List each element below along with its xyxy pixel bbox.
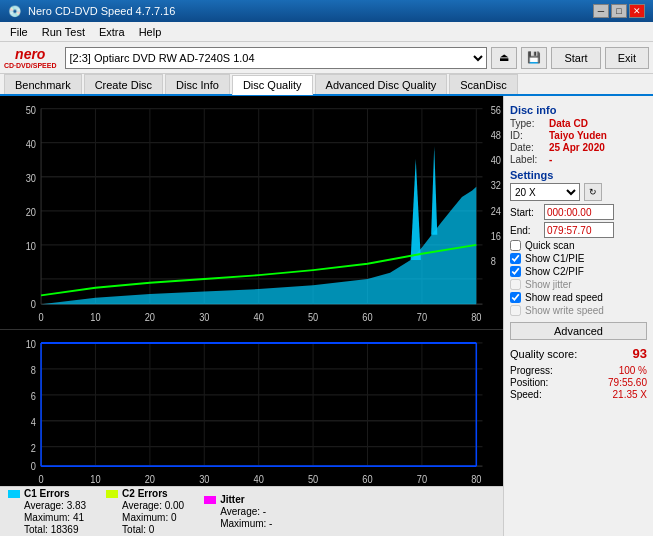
start-input[interactable] — [544, 204, 614, 220]
c2-chart-svg: 10 8 6 4 2 0 0 10 20 30 40 50 60 70 80 — [0, 330, 503, 486]
c1-total-label: Total: — [24, 524, 48, 535]
svg-text:80: 80 — [471, 472, 481, 485]
disc-date-label: Date: — [510, 142, 545, 153]
svg-text:40: 40 — [491, 154, 501, 166]
show-c2-pif-checkbox[interactable] — [510, 266, 521, 277]
tab-benchmark[interactable]: Benchmark — [4, 74, 82, 94]
disc-type-label: Type: — [510, 118, 545, 129]
title-bar-left: 💿 Nero CD-DVD Speed 4.7.7.16 — [8, 5, 175, 18]
show-jitter-row: Show jitter — [510, 279, 647, 290]
start-button[interactable]: Start — [551, 47, 600, 69]
jitter-maximum-value: - — [269, 518, 272, 529]
legend-jitter: Jitter Average: - Maximum: - — [204, 494, 272, 529]
c1-chart-svg: 50 40 30 20 10 0 56 48 40 32 24 16 8 0 — [0, 96, 503, 329]
c1-chart: 50 40 30 20 10 0 56 48 40 32 24 16 8 0 — [0, 96, 503, 330]
svg-text:0: 0 — [38, 472, 43, 485]
settings-title: Settings — [510, 169, 647, 181]
exit-button[interactable]: Exit — [605, 47, 649, 69]
svg-text:4: 4 — [31, 415, 36, 428]
c1-average-label: Average: — [24, 500, 64, 511]
maximize-button[interactable]: □ — [611, 4, 627, 18]
speed-select[interactable]: 20 X — [510, 183, 580, 201]
svg-text:30: 30 — [199, 472, 209, 485]
quality-score-row: Quality score: 93 — [510, 346, 647, 361]
menu-file[interactable]: File — [4, 25, 34, 39]
disc-info-title: Disc info — [510, 104, 647, 116]
progress-row: Progress: 100 % — [510, 365, 647, 376]
end-label: End: — [510, 225, 540, 236]
menu-extra[interactable]: Extra — [93, 25, 131, 39]
c1-color-box — [8, 490, 20, 498]
svg-text:0: 0 — [38, 311, 43, 323]
jitter-average-value: - — [263, 506, 266, 517]
svg-text:40: 40 — [254, 472, 264, 485]
jitter-color-box — [204, 496, 216, 504]
menu-run-test[interactable]: Run Test — [36, 25, 91, 39]
charts-area: 50 40 30 20 10 0 56 48 40 32 24 16 8 0 — [0, 96, 503, 486]
c1-maximum-value: 41 — [73, 512, 84, 523]
tab-scan-disc[interactable]: ScanDisc — [449, 74, 517, 94]
svg-text:70: 70 — [417, 472, 427, 485]
app-icon: 💿 — [8, 5, 22, 18]
speed-value: 21.35 X — [613, 389, 647, 400]
jitter-maximum-label: Maximum: — [220, 518, 266, 529]
disc-id-value: Taiyo Yuden — [549, 130, 607, 141]
show-c1-pie-label: Show C1/PIE — [525, 253, 584, 264]
save-button[interactable]: 💾 — [521, 47, 547, 69]
svg-text:8: 8 — [31, 363, 36, 376]
show-read-speed-label: Show read speed — [525, 292, 603, 303]
show-jitter-label: Show jitter — [525, 279, 572, 290]
disc-date-row: Date: 25 Apr 2020 — [510, 142, 647, 153]
toolbar: nero CD·DVD/SPEED [2:3] Optiarc DVD RW A… — [0, 42, 653, 74]
drive-select[interactable]: [2:3] Optiarc DVD RW AD-7240S 1.04 — [65, 47, 488, 69]
show-c1-pie-row: Show C1/PIE — [510, 253, 647, 264]
tab-disc-info[interactable]: Disc Info — [165, 74, 230, 94]
c2-average-value: 0.00 — [165, 500, 184, 511]
c2-average-label: Average: — [122, 500, 162, 511]
svg-text:2: 2 — [31, 441, 36, 454]
show-read-speed-checkbox[interactable] — [510, 292, 521, 303]
svg-text:10: 10 — [26, 337, 36, 350]
svg-text:24: 24 — [491, 205, 501, 217]
svg-text:20: 20 — [145, 311, 155, 323]
svg-text:56: 56 — [491, 104, 501, 116]
svg-text:10: 10 — [90, 311, 100, 323]
close-button[interactable]: ✕ — [629, 4, 645, 18]
start-field-row: Start: — [510, 204, 647, 220]
advanced-button[interactable]: Advanced — [510, 322, 647, 340]
svg-text:16: 16 — [491, 230, 501, 242]
svg-text:50: 50 — [26, 104, 36, 116]
disc-id-row: ID: Taiyo Yuden — [510, 130, 647, 141]
show-c1-pie-checkbox[interactable] — [510, 253, 521, 264]
legend: C1 Errors Average: 3.83 Maximum: 41 Tota… — [0, 486, 503, 536]
progress-section: Progress: 100 % Position: 79:55.60 Speed… — [510, 365, 647, 400]
svg-text:10: 10 — [90, 472, 100, 485]
tab-disc-quality[interactable]: Disc Quality — [232, 75, 313, 95]
disc-label-value: - — [549, 154, 552, 165]
tab-create-disc[interactable]: Create Disc — [84, 74, 163, 94]
legend-c1: C1 Errors Average: 3.83 Maximum: 41 Tota… — [8, 488, 86, 535]
quick-scan-checkbox[interactable] — [510, 240, 521, 251]
menu-bar: File Run Test Extra Help — [0, 22, 653, 42]
speed-row-progress: Speed: 21.35 X — [510, 389, 647, 400]
quality-score-value: 93 — [633, 346, 647, 361]
end-input[interactable] — [544, 222, 614, 238]
position-value: 79:55.60 — [608, 377, 647, 388]
nero-logo: nero CD·DVD/SPEED — [4, 46, 57, 69]
svg-text:60: 60 — [362, 311, 372, 323]
disc-type-row: Type: Data CD — [510, 118, 647, 129]
svg-text:50: 50 — [308, 472, 318, 485]
svg-text:32: 32 — [491, 179, 501, 191]
refresh-button[interactable]: ↻ — [584, 183, 602, 201]
charts-container: 50 40 30 20 10 0 56 48 40 32 24 16 8 0 — [0, 96, 503, 536]
menu-help[interactable]: Help — [133, 25, 168, 39]
svg-text:8: 8 — [491, 255, 496, 267]
show-c2-pif-row: Show C2/PIF — [510, 266, 647, 277]
eject-button[interactable]: ⏏ — [491, 47, 517, 69]
minimize-button[interactable]: ─ — [593, 4, 609, 18]
tab-advanced-disc-quality[interactable]: Advanced Disc Quality — [315, 74, 448, 94]
svg-text:30: 30 — [199, 311, 209, 323]
show-write-speed-label: Show write speed — [525, 305, 604, 316]
quality-score-label: Quality score: — [510, 348, 577, 360]
position-label: Position: — [510, 377, 548, 388]
